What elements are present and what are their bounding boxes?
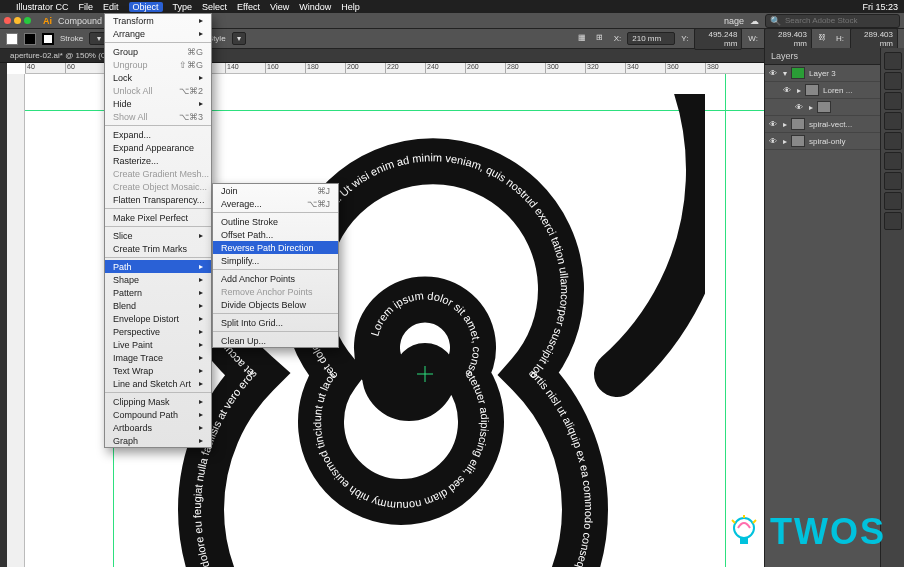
- cloud-icon[interactable]: ☁︎: [750, 16, 759, 26]
- graphic-styles-panel-icon[interactable]: [884, 212, 902, 230]
- menu-item-text-wrap[interactable]: Text Wrap▸: [105, 364, 211, 377]
- y-input[interactable]: 495.248 mm: [694, 28, 742, 50]
- align-icon[interactable]: ▦: [578, 33, 590, 45]
- menu-item-pattern[interactable]: Pattern▸: [105, 286, 211, 299]
- menu-item-make-pixel-perfect[interactable]: Make Pixel Perfect: [105, 211, 211, 224]
- mac-menu-bar: Illustrator CC File Edit Object Type Sel…: [0, 0, 904, 13]
- menu-item-image-trace[interactable]: Image Trace▸: [105, 351, 211, 364]
- search-adobe-stock[interactable]: 🔍: [765, 14, 900, 28]
- link-icon[interactable]: ⛓: [818, 33, 830, 45]
- menu-help[interactable]: Help: [341, 2, 360, 12]
- symbols-panel-icon[interactable]: [884, 172, 902, 190]
- menu-effect[interactable]: Effect: [237, 2, 260, 12]
- fill-swatch[interactable]: [24, 33, 36, 45]
- x-label: X:: [614, 34, 622, 43]
- menu-item-path[interactable]: Path▸: [105, 260, 211, 273]
- menu-item-group[interactable]: Group⌘G: [105, 45, 211, 58]
- breadcrumb-label[interactable]: nage: [724, 16, 744, 26]
- menu-item-transform[interactable]: Transform▸: [105, 14, 211, 27]
- menu-item-envelope-distort[interactable]: Envelope Distort▸: [105, 312, 211, 325]
- menu-item-live-paint[interactable]: Live Paint▸: [105, 338, 211, 351]
- layers-panel-header[interactable]: Layers: [765, 48, 880, 65]
- stroke-panel-icon[interactable]: [884, 152, 902, 170]
- menu-edit[interactable]: Edit: [103, 2, 119, 12]
- app-name-menu[interactable]: Illustrator CC: [16, 2, 69, 12]
- menu-item-arrange[interactable]: Arrange▸: [105, 27, 211, 40]
- layer-row[interactable]: 👁▸spiral-only: [765, 133, 880, 150]
- menu-file[interactable]: File: [79, 2, 94, 12]
- graphic-style[interactable]: ▾: [232, 32, 246, 45]
- menu-item-perspective[interactable]: Perspective▸: [105, 325, 211, 338]
- menu-type[interactable]: Type: [173, 2, 193, 12]
- disclosure-icon[interactable]: ▸: [783, 137, 787, 146]
- submenu-item-split-into-grid-[interactable]: Split Into Grid...: [213, 316, 338, 329]
- disclosure-icon[interactable]: ▸: [797, 86, 801, 95]
- ruler-vertical[interactable]: [7, 74, 25, 567]
- menu-item-clipping-mask[interactable]: Clipping Mask▸: [105, 395, 211, 408]
- menu-item-lock[interactable]: Lock▸: [105, 71, 211, 84]
- swatches-panel-icon[interactable]: [884, 112, 902, 130]
- submenu-item-reverse-path-direction[interactable]: Reverse Path Direction: [213, 241, 338, 254]
- menu-item-graph[interactable]: Graph▸: [105, 434, 211, 447]
- layer-row[interactable]: 👁▸: [765, 99, 880, 116]
- brushes-panel-icon[interactable]: [884, 132, 902, 150]
- visibility-icon[interactable]: 👁: [795, 103, 805, 112]
- submenu-item-join[interactable]: Join⌘J: [213, 184, 338, 197]
- layer-row[interactable]: 👁▸Loren ...: [765, 82, 880, 99]
- menu-item-shape[interactable]: Shape▸: [105, 273, 211, 286]
- zoom-window-dot[interactable]: [24, 17, 31, 24]
- properties-panel-icon[interactable]: [884, 52, 902, 70]
- menu-item-line-and-sketch-art[interactable]: Line and Sketch Art▸: [105, 377, 211, 390]
- menu-item-blend[interactable]: Blend▸: [105, 299, 211, 312]
- submenu-item-add-anchor-points[interactable]: Add Anchor Points: [213, 272, 338, 285]
- color-panel-icon[interactable]: [884, 92, 902, 110]
- traffic-lights[interactable]: [4, 17, 31, 24]
- submenu-item-divide-objects-below[interactable]: Divide Objects Below: [213, 298, 338, 311]
- close-window-dot[interactable]: [4, 17, 11, 24]
- svg-line-6: [732, 520, 735, 523]
- menu-item-flatten-transparency-[interactable]: Flatten Transparency...: [105, 193, 211, 206]
- layer-row[interactable]: 👁▸spiral-vect...: [765, 116, 880, 133]
- disclosure-icon[interactable]: ▸: [783, 120, 787, 129]
- menu-item-create-object-mosaic-: Create Object Mosaic...: [105, 180, 211, 193]
- menu-item-artboards[interactable]: Artboards▸: [105, 421, 211, 434]
- stroke-label: Stroke: [60, 34, 83, 43]
- menu-item-expand-[interactable]: Expand...: [105, 128, 211, 141]
- submenu-item-offset-path-[interactable]: Offset Path...: [213, 228, 338, 241]
- menu-item-slice[interactable]: Slice▸: [105, 229, 211, 242]
- layer-swatch: [791, 118, 805, 130]
- menu-window[interactable]: Window: [299, 2, 331, 12]
- layers-panel: Layers 👁▾Layer 3👁▸Loren ...👁▸👁▸spiral-ve…: [764, 48, 880, 567]
- submenu-item-simplify-[interactable]: Simplify...: [213, 254, 338, 267]
- visibility-icon[interactable]: 👁: [769, 120, 779, 129]
- search-input[interactable]: [785, 16, 895, 25]
- menu-item-create-trim-marks[interactable]: Create Trim Marks: [105, 242, 211, 255]
- visibility-icon[interactable]: 👁: [769, 137, 779, 146]
- appearance-panel-icon[interactable]: [884, 192, 902, 210]
- w-input[interactable]: 289.403 mm: [764, 28, 812, 50]
- x-input[interactable]: 210 mm: [627, 32, 675, 45]
- svg-rect-4: [740, 538, 748, 544]
- submenu-item-outline-stroke[interactable]: Outline Stroke: [213, 215, 338, 228]
- h-input[interactable]: 289.403 mm: [850, 28, 898, 50]
- menu-item-compound-path[interactable]: Compound Path▸: [105, 408, 211, 421]
- menu-view[interactable]: View: [270, 2, 289, 12]
- menu-item-rasterize-[interactable]: Rasterize...: [105, 154, 211, 167]
- layer-row[interactable]: 👁▾Layer 3: [765, 65, 880, 82]
- submenu-item-average-[interactable]: Average...⌥⌘J: [213, 197, 338, 210]
- visibility-icon[interactable]: 👁: [769, 69, 779, 78]
- transform-icon[interactable]: ⊞: [596, 33, 608, 45]
- disclosure-icon[interactable]: ▾: [783, 69, 787, 78]
- disclosure-icon[interactable]: ▸: [809, 103, 813, 112]
- menu-item-unlock-all: Unlock All⌥⌘2: [105, 84, 211, 97]
- libraries-panel-icon[interactable]: [884, 72, 902, 90]
- submenu-item-clean-up-[interactable]: Clean Up...: [213, 334, 338, 347]
- stroke-swatch[interactable]: [42, 33, 54, 45]
- menu-select[interactable]: Select: [202, 2, 227, 12]
- menu-object[interactable]: Object: [129, 2, 163, 12]
- minimize-window-dot[interactable]: [14, 17, 21, 24]
- menu-item-expand-appearance[interactable]: Expand Appearance: [105, 141, 211, 154]
- visibility-icon[interactable]: 👁: [783, 86, 793, 95]
- app-icon: Ai: [43, 16, 52, 26]
- menu-item-hide[interactable]: Hide▸: [105, 97, 211, 110]
